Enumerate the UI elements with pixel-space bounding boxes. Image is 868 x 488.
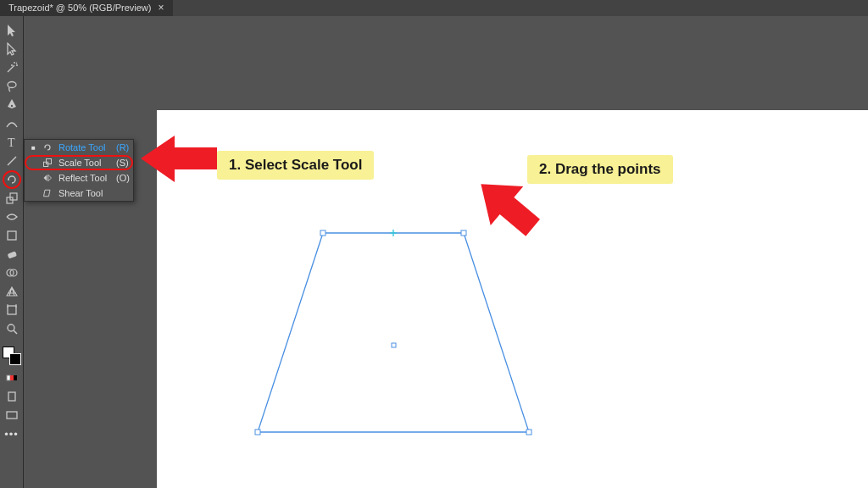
svg-rect-19	[7, 412, 17, 419]
magic-wand-tool-icon[interactable]	[3, 58, 21, 77]
svg-line-14	[14, 330, 17, 334]
color-mode-icon[interactable]	[3, 369, 21, 387]
svg-rect-15	[7, 375, 10, 380]
svg-rect-5	[10, 193, 17, 200]
flyout-shortcut: (R)	[116, 142, 133, 152]
rotate-icon	[42, 142, 53, 152]
anchor-top-right[interactable]	[461, 230, 466, 236]
svg-line-3	[8, 157, 16, 165]
flyout-label: Rotate Tool	[58, 142, 111, 152]
type-tool-icon[interactable]: T	[3, 133, 21, 152]
annotation-step2: 2. Drag the points	[527, 155, 673, 184]
line-segment-tool-icon[interactable]	[3, 152, 21, 170]
scale-tool-icon[interactable]	[3, 189, 21, 208]
reflect-icon	[42, 173, 53, 183]
free-transform-tool-icon[interactable]	[3, 226, 21, 245]
curvature-tool-icon[interactable]	[3, 114, 21, 133]
flyout-shear-tool[interactable]: Shear Tool	[25, 186, 133, 201]
flyout-shortcut: (O)	[116, 173, 133, 183]
flyout-rotate-tool[interactable]: ■ Rotate Tool (R)	[25, 140, 133, 155]
stroke-swatch[interactable]	[9, 353, 21, 365]
svg-marker-22	[258, 233, 529, 432]
draw-mode-icon[interactable]	[3, 387, 21, 406]
svg-point-1	[10, 105, 12, 107]
svg-point-13	[8, 324, 14, 331]
svg-rect-7	[7, 251, 16, 258]
lasso-tool-icon[interactable]	[3, 77, 21, 96]
screen-mode-icon[interactable]	[3, 406, 21, 424]
svg-rect-16	[10, 375, 14, 380]
anchor-bottom-right[interactable]	[526, 430, 531, 435]
shear-icon	[42, 188, 53, 198]
svg-rect-10	[8, 306, 16, 314]
annotation-step1: 1. Select Scale Tool	[217, 151, 374, 180]
flyout-scale-tool[interactable]: Scale Tool (S)	[25, 155, 133, 170]
svg-rect-18	[8, 392, 15, 401]
pen-tool-icon[interactable]	[3, 96, 21, 114]
fill-stroke-swatch[interactable]	[3, 347, 21, 365]
tab-title: Trapezoid* @ 50% (RGB/Preview)	[8, 0, 151, 16]
svg-rect-6	[8, 231, 16, 240]
center-reference-point[interactable]	[392, 343, 396, 347]
edit-toolbar-icon[interactable]: •••	[4, 428, 19, 441]
eraser-tool-icon[interactable]	[3, 245, 21, 263]
trapezoid-shape[interactable]	[258, 233, 529, 432]
rotate-tool-icon[interactable]	[3, 170, 21, 189]
active-marker-icon: ■	[31, 144, 36, 152]
document-tab-bar: Trapezoid* @ 50% (RGB/Preview) ×	[0, 0, 868, 16]
rotate-tool-flyout: ■ Rotate Tool (R) Scale Tool (S) Reflect…	[24, 139, 134, 202]
scale-icon	[42, 158, 53, 168]
tab-close-icon[interactable]: ×	[158, 0, 164, 16]
flyout-label: Reflect Tool	[58, 173, 111, 183]
direct-selection-tool-icon[interactable]	[3, 40, 21, 58]
flyout-label: Shear Tool	[58, 188, 111, 198]
artboard-tool-icon[interactable]	[3, 301, 21, 319]
flyout-reflect-tool[interactable]: Reflect Tool (O)	[25, 170, 133, 186]
anchor-top-left[interactable]	[320, 230, 326, 236]
width-tool-icon[interactable]	[3, 208, 21, 226]
tool-panel: T •••	[0, 16, 24, 488]
anchor-bottom-left[interactable]	[255, 430, 260, 435]
shape-builder-tool-icon[interactable]	[3, 263, 21, 282]
svg-point-0	[8, 82, 16, 88]
flyout-shortcut: (S)	[116, 158, 133, 168]
svg-text:T: T	[8, 136, 15, 149]
selection-tool-icon[interactable]	[3, 21, 21, 40]
svg-rect-17	[14, 375, 17, 380]
annotation-arrow-1	[141, 136, 217, 182]
flyout-label: Scale Tool	[58, 158, 111, 168]
perspective-grid-tool-icon[interactable]	[3, 282, 21, 301]
zoom-tool-icon[interactable]	[3, 319, 21, 338]
svg-rect-21	[47, 159, 52, 164]
document-tab[interactable]: Trapezoid* @ 50% (RGB/Preview) ×	[0, 0, 173, 16]
